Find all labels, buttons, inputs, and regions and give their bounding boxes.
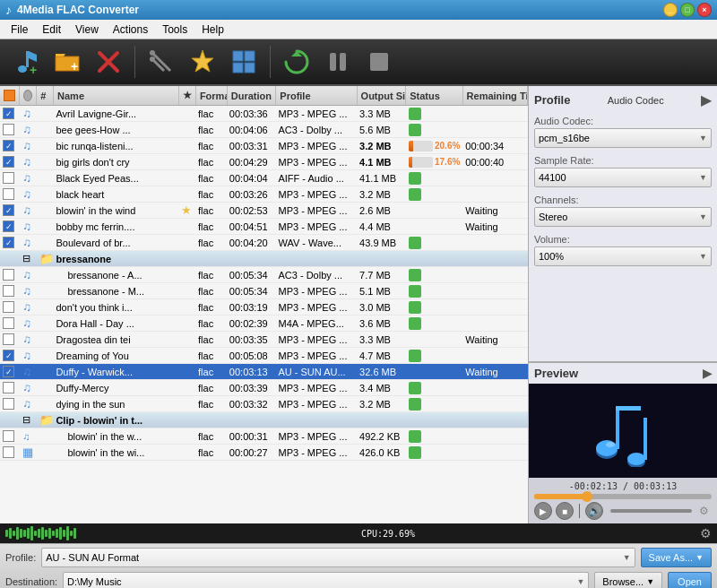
file-duration: 00:05:34 [229, 270, 268, 281]
file-duration: 00:03:26 [229, 189, 268, 200]
table-row[interactable]: ♫Duffy - Warwick...flac00:03:13AU - SUN … [0, 364, 528, 380]
file-checkbox[interactable] [3, 366, 14, 377]
folder-expand-icon[interactable]: ⊟ [22, 253, 30, 264]
pause-button[interactable] [319, 43, 357, 81]
table-row[interactable]: ♫blowin' in the wind★flac00:02:53MP3 - M… [0, 203, 528, 219]
add-folder-button[interactable]: + [48, 43, 86, 81]
field-select-audio-codec[interactable]: pcm_s16be▼ [534, 128, 712, 148]
remove-button[interactable] [90, 43, 127, 81]
table-row[interactable]: ♫blowin' in the w...flac00:00:31MP3 - MP… [0, 428, 528, 445]
file-format: flac [198, 286, 213, 297]
table-row[interactable]: ♫Black Eyed Peas...flac00:04:04AIFF - Au… [0, 170, 528, 186]
table-row[interactable]: ♫Boulevard of br...flac00:04:20WAV - Wav… [0, 235, 528, 251]
file-checkbox[interactable] [3, 317, 14, 329]
maximize-button[interactable]: □ [680, 3, 695, 17]
play-button[interactable]: ▶ [534, 502, 552, 520]
seek-bar[interactable] [534, 494, 712, 499]
table-row[interactable]: ♫Dragostea din teiflac00:03:35MP3 - MPEG… [0, 332, 528, 348]
cut-button[interactable] [143, 43, 180, 81]
table-row[interactable]: ♫black heartflac00:03:26MP3 - MPEG ...3.… [0, 186, 528, 203]
field-select-channels[interactable]: Stereo▼ [534, 207, 712, 227]
header-duration: Duration [228, 86, 277, 105]
table-row[interactable]: ♫bic runqa-listeni...flac00:03:31MP3 - M… [0, 138, 528, 154]
file-duration: 00:00:27 [229, 447, 268, 458]
profile-input[interactable]: AU - SUN AU Format ▼ [41, 548, 635, 567]
favorite-star-icon[interactable]: ★ [181, 203, 192, 217]
file-checkbox[interactable] [3, 140, 14, 151]
file-format: flac [198, 367, 213, 377]
status-indicator [409, 124, 421, 136]
file-checkbox[interactable] [3, 333, 14, 345]
file-checkbox[interactable] [3, 430, 14, 442]
close-button[interactable]: × [697, 3, 712, 17]
browse-button[interactable]: Browse... ▼ [594, 572, 662, 588]
table-row[interactable]: ♫Avril Lavigne-Gir...flac00:03:36MP3 - M… [0, 106, 528, 122]
table-row[interactable]: ♫don't you think i...flac00:03:19MP3 - M… [0, 299, 528, 316]
stop-button[interactable] [360, 43, 398, 81]
volume-icon[interactable]: 🔊 [585, 502, 603, 520]
field-select-volume[interactable]: 100%▼ [534, 246, 712, 266]
field-select-sample-rate[interactable]: 44100▼ [534, 168, 712, 187]
list-header: # Name ★ Format Duration Profile Output … [0, 86, 528, 106]
menu-item-file[interactable]: File [4, 22, 35, 38]
field-label-audio-codec: Audio Codec: [534, 116, 712, 126]
file-checkbox[interactable] [3, 108, 14, 119]
destination-input[interactable]: D:\My Music ▼ [63, 572, 589, 588]
save-as-button[interactable]: Save As... ▼ [641, 548, 712, 567]
volume-slider[interactable] [610, 509, 692, 513]
file-checkbox[interactable] [3, 382, 14, 393]
refresh-button[interactable] [278, 43, 315, 81]
file-checkbox[interactable] [3, 350, 14, 361]
table-row[interactable]: ♫bressanone - M...flac00:05:34MP3 - MPEG… [0, 283, 528, 299]
open-button[interactable]: Open [668, 572, 712, 588]
svg-marker-10 [192, 50, 213, 72]
settings-icon[interactable]: ⚙ [699, 505, 712, 517]
file-checkbox[interactable] [3, 269, 14, 281]
cpu-settings-icon[interactable]: ⚙ [700, 526, 712, 540]
seek-thumb[interactable] [582, 491, 592, 502]
table-row[interactable]: ♫bobby mc ferrin....flac00:04:51MP3 - MP… [0, 219, 528, 235]
app-icon: ♪ [5, 3, 12, 17]
table-row[interactable]: ♫bee gees-How ...flac00:04:06AC3 - Dolby… [0, 122, 528, 138]
file-name: blowin' in the wi... [67, 447, 144, 458]
stop-preview-button[interactable]: ■ [556, 502, 574, 520]
file-checkbox[interactable] [3, 301, 14, 313]
file-checkbox[interactable] [3, 188, 14, 200]
right-arrow-icon[interactable]: ▶ [701, 91, 712, 108]
table-row[interactable]: ♫Duffy-Mercyflac00:03:39MP3 - MPEG ...3.… [0, 380, 528, 396]
table-row[interactable]: ⊟📁Clip - blowin' in t... [0, 412, 528, 428]
table-row[interactable]: ⊟📁bressanone [0, 251, 528, 267]
file-size: 7.7 MB [359, 270, 391, 281]
minimize-button[interactable]: _ [663, 3, 678, 17]
add-file-button[interactable]: + [7, 43, 45, 81]
file-checkbox[interactable] [3, 446, 14, 458]
file-checkbox[interactable] [3, 220, 14, 232]
folder-expand-icon[interactable]: ⊟ [22, 414, 30, 426]
file-name: blowin' in the wind [56, 205, 135, 216]
file-list[interactable]: ♫Avril Lavigne-Gir...flac00:03:36MP3 - M… [0, 106, 528, 523]
chapters-button[interactable] [225, 43, 263, 81]
menu-item-edit[interactable]: Edit [35, 22, 68, 38]
file-checkbox[interactable] [3, 172, 14, 184]
table-row[interactable]: ♫big girls don't cryflac00:04:29MP3 - MP… [0, 154, 528, 170]
file-checkbox[interactable] [3, 156, 14, 168]
file-checkbox[interactable] [3, 124, 14, 135]
table-row[interactable]: ♫Dreaming of Youflac00:05:08MP3 - MPEG .… [0, 348, 528, 364]
table-row[interactable]: ♫Dora Hall - Day ...flac00:02:39M4A - MP… [0, 316, 528, 332]
menu-item-actions[interactable]: Actions [106, 22, 155, 38]
waveform-bar-segment [20, 529, 22, 538]
menu-item-view[interactable]: View [68, 22, 106, 38]
status-indicator [409, 108, 421, 120]
table-row[interactable]: ▦blowin' in the wi...flac00:00:27MP3 - M… [0, 445, 528, 461]
menu-item-tools[interactable]: Tools [155, 22, 194, 38]
file-checkbox[interactable] [3, 398, 14, 410]
menu-item-help[interactable]: Help [194, 22, 231, 38]
file-checkbox[interactable] [3, 237, 14, 248]
file-checkbox[interactable] [3, 285, 14, 297]
file-checkbox[interactable] [3, 204, 14, 216]
effects-button[interactable] [184, 43, 221, 81]
audio-codec-dropdown-toggle[interactable]: Audio Codec [608, 95, 664, 106]
preview-expand-icon[interactable]: ▶ [703, 367, 712, 380]
table-row[interactable]: ♫dying in the sunflac00:03:32MP3 - MPEG … [0, 396, 528, 412]
table-row[interactable]: ♫bressanone - A...flac00:05:34AC3 - Dolb… [0, 267, 528, 283]
